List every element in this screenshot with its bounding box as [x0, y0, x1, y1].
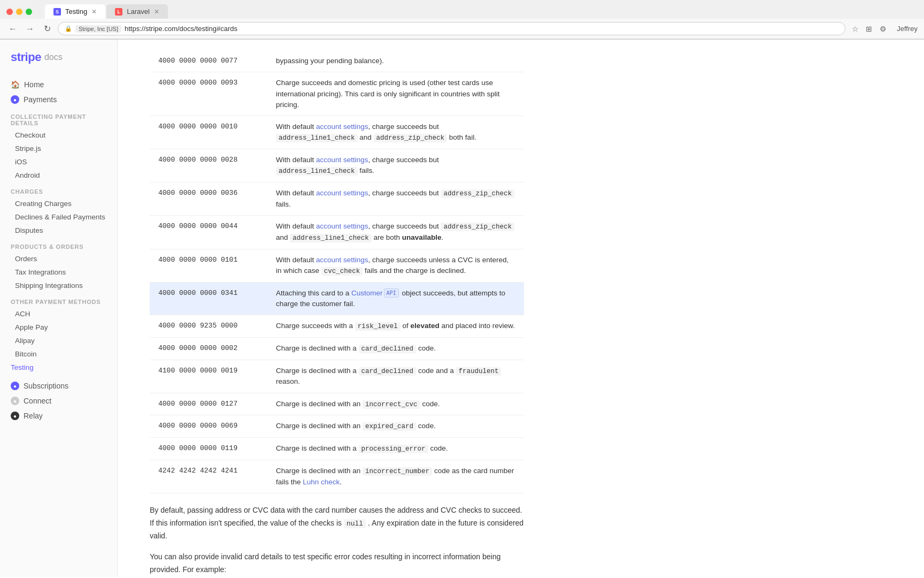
sidebar-item-bitcoin[interactable]: Bitcoin: [0, 347, 117, 361]
card-description: With default account settings, charge su…: [267, 116, 524, 149]
bookmark-icon[interactable]: ☆: [850, 24, 860, 34]
content-inner: 4000 0000 0000 0077 bypassing your pendi…: [118, 40, 556, 577]
stripe-logo[interactable]: stripe docs: [0, 50, 117, 77]
page-layout: stripe docs 🏠 Home ● Payments COLLECTING…: [0, 40, 924, 577]
table-row: 4000 0000 0000 0069 Charge is declined w…: [150, 415, 524, 438]
toolbar-actions: ☆ ⊞ ⚙: [850, 24, 888, 34]
extensions-icon[interactable]: ⚙: [877, 24, 888, 34]
sidebar-item-connect[interactable]: ● Connect: [0, 393, 117, 408]
luhn-check-link[interactable]: Luhn check: [303, 478, 340, 486]
table-row: 4100 0000 0000 0019 Charge is declined w…: [150, 360, 524, 393]
sidebar-item-home[interactable]: 🏠 Home: [0, 77, 117, 92]
tab-laravel[interactable]: L Laravel ✕: [106, 4, 168, 19]
section-header-collecting: COLLECTING PAYMENT DETAILS: [0, 107, 117, 128]
card-description: Charge succeeds and domestic pricing is …: [267, 72, 524, 116]
card-description: Charge is declined with a processing_err…: [267, 438, 524, 460]
sidebar-item-ach[interactable]: ACH: [0, 307, 117, 321]
card-description: Charge is declined with an incorrect_num…: [267, 460, 524, 493]
card-description: With default account settings, charge su…: [267, 249, 524, 282]
section-header-products: PRODUCTS & ORDERS: [0, 237, 117, 252]
code-card-declined2: card_declined: [359, 367, 417, 376]
sidebar-item-android[interactable]: Android: [0, 169, 117, 182]
address-bar[interactable]: 🔒 Stripe, Inc [US] https://stripe.com/do…: [58, 22, 845, 35]
sidebar-item-orders[interactable]: Orders: [0, 252, 117, 265]
card-number: 4242 4242 4242 4241: [150, 460, 267, 493]
card-number: 4000 0000 0000 0036: [150, 182, 267, 216]
card-number: 4100 0000 0000 0019: [150, 360, 267, 393]
account-settings-link[interactable]: account settings: [316, 123, 368, 131]
card-description: Charge is declined with a card_declined …: [267, 337, 524, 360]
sidebar-item-checkout[interactable]: Checkout: [0, 128, 117, 142]
card-description: Charge succeeds with a risk_level of ele…: [267, 315, 524, 338]
sidebar-item-stripejs[interactable]: Stripe.js: [0, 142, 117, 155]
sidebar-item-tax[interactable]: Tax Integrations: [0, 265, 117, 279]
sidebar-item-subscriptions[interactable]: ● Subscriptions: [0, 378, 117, 393]
unavailable-text: unavailable: [402, 233, 442, 241]
account-settings-link[interactable]: account settings: [316, 222, 368, 230]
card-number: 4000 0000 0000 0028: [150, 149, 267, 182]
card-number: 4000 0000 9235 0000: [150, 315, 267, 338]
close-button[interactable]: [6, 9, 13, 15]
sidebar-item-testing[interactable]: Testing: [0, 361, 117, 374]
card-number: 4000 0000 0000 0010: [150, 116, 267, 149]
sidebar-item-declines[interactable]: Declines & Failed Payments: [0, 210, 117, 224]
sidebar-item-shipping[interactable]: Shipping Integrations: [0, 279, 117, 292]
card-number: 4000 0000 0000 0077: [150, 50, 267, 72]
card-number: 4000 0000 0000 0093: [150, 72, 267, 116]
sidebar-item-apple-pay[interactable]: Apple Pay: [0, 321, 117, 334]
code-address-line1: address_line1_check: [276, 134, 358, 142]
code-address-zip: address_zip_check: [441, 189, 514, 198]
browser-chrome: S Testing ✕ L Laravel ✕ ← → ↻ 🔒 Stripe, …: [0, 0, 924, 40]
card-description: Charge is declined with an incorrect_cvc…: [267, 393, 524, 415]
table-row: 4000 0000 0000 0093 Charge succeeds and …: [150, 72, 524, 116]
tab-label-testing: Testing: [65, 7, 87, 16]
table-row: 4000 0000 0000 0044 With default account…: [150, 216, 524, 249]
sidebar-label-connect: Connect: [24, 397, 51, 405]
code-fraudulent: fraudulent: [456, 367, 501, 376]
code-cvc-check: cvc_check: [321, 267, 363, 276]
user-name: Jeffrey: [897, 25, 918, 33]
table-row: 4000 0000 0000 0010 With default account…: [150, 116, 524, 149]
card-description: bypassing your pending balance).: [267, 50, 524, 72]
table-row: 4000 0000 9235 0000 Charge succeeds with…: [150, 315, 524, 338]
table-row: 4000 0000 0000 0077 bypassing your pendi…: [150, 50, 524, 72]
test-cards-table: 4000 0000 0000 0077 bypassing your pendi…: [150, 50, 524, 493]
code-address-zip: address_zip_check: [441, 223, 514, 231]
sidebar-label-subscriptions: Subscriptions: [24, 382, 68, 390]
card-description: With default account settings, charge su…: [267, 149, 524, 182]
tab-close-laravel[interactable]: ✕: [154, 8, 159, 16]
site-badge: Stripe, Inc [US]: [75, 25, 121, 33]
table-row: 4000 0000 0000 0028 With default account…: [150, 149, 524, 182]
tab-testing[interactable]: S Testing ✕: [45, 4, 105, 19]
account-settings-link[interactable]: account settings: [316, 256, 368, 264]
maximize-button[interactable]: [26, 9, 32, 15]
reader-icon[interactable]: ⊞: [864, 24, 874, 34]
back-button[interactable]: ←: [6, 22, 19, 35]
table-row: 4000 0000 0000 0119 Charge is declined w…: [150, 438, 524, 460]
forward-button[interactable]: →: [24, 22, 36, 35]
minimize-button[interactable]: [16, 9, 22, 15]
sidebar-item-creating-charges[interactable]: Creating Charges: [0, 197, 117, 210]
paragraph-1: By default, passing address or CVC data …: [150, 504, 524, 543]
section-header-charges: CHARGES: [0, 182, 117, 197]
home-icon: 🏠: [11, 80, 20, 89]
code-processing-error: processing_error: [359, 445, 428, 453]
code-risk-level: risk_level: [355, 322, 401, 331]
sidebar-item-payments[interactable]: ● Payments: [0, 92, 117, 107]
tab-close-testing[interactable]: ✕: [91, 8, 97, 16]
customer-link[interactable]: Customer: [351, 289, 383, 297]
sidebar-item-disputes[interactable]: Disputes: [0, 224, 117, 237]
refresh-button[interactable]: ↻: [41, 22, 53, 35]
section-header-other-payment: OTHER PAYMENT METHODS: [0, 292, 117, 307]
table-row: 4242 4242 4242 4241 Charge is declined w…: [150, 460, 524, 493]
sidebar-item-relay[interactable]: ● Relay: [0, 408, 117, 423]
paragraph-2: You can also provide invalid card detail…: [150, 551, 524, 576]
account-settings-link[interactable]: account settings: [316, 156, 368, 164]
card-description: With default account settings, charge su…: [267, 182, 524, 216]
card-description: Charge is declined with a card_declined …: [267, 360, 524, 393]
tab-favicon-testing: S: [53, 8, 61, 16]
account-settings-link[interactable]: account settings: [316, 189, 368, 197]
sidebar-item-ios[interactable]: iOS: [0, 155, 117, 169]
payments-icon: ●: [11, 95, 19, 104]
sidebar-item-alipay[interactable]: Alipay: [0, 334, 117, 347]
